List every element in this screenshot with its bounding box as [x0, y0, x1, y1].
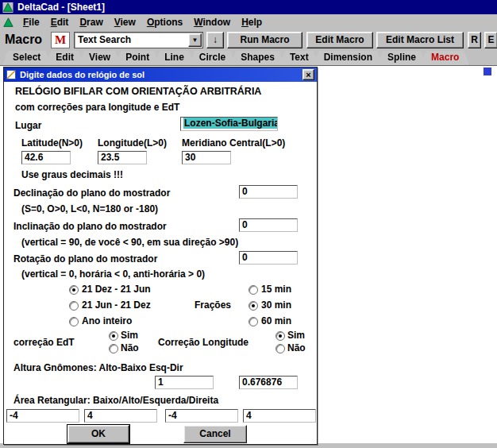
- menu-bar: File Edit Draw View Options Window Help: [0, 14, 497, 30]
- ok-button[interactable]: OK: [67, 425, 129, 443]
- longitude-label: Longitude(L>0): [98, 137, 167, 149]
- edit-macro-button[interactable]: Edit Macro: [306, 32, 373, 48]
- menu-help[interactable]: Help: [236, 15, 268, 29]
- macro-combo-value: Text Search: [78, 34, 131, 45]
- sheet-mdi-icon[interactable]: [3, 17, 13, 28]
- canvas-marker: [484, 68, 491, 75]
- menu-file[interactable]: File: [17, 15, 45, 29]
- area-alto-input[interactable]: 4: [84, 409, 157, 423]
- inclinacao-hint: (vertical = 90, de você < 90, em sua dir…: [21, 237, 238, 248]
- radio-edt-nao-label[interactable]: Não: [121, 342, 139, 353]
- altura-alto-input[interactable]: 1: [155, 376, 214, 389]
- rotacao-hint: (vertical = 0, horária < 0, anti-horária…: [21, 268, 205, 280]
- radio-60min[interactable]: [248, 317, 258, 326]
- run-macro-button[interactable]: Run Macro: [227, 32, 302, 48]
- radio-edt-nao[interactable]: [109, 344, 118, 353]
- dialog-icon: [6, 70, 16, 79]
- dialog-titlebar[interactable]: Digite dados do relógio de sol ×: [4, 68, 317, 82]
- radio-21jun-21dez[interactable]: [69, 301, 79, 311]
- load-macro-arrow-icon[interactable]: ↓: [206, 32, 224, 48]
- declinacao-label: Declinação do plano do mostrador: [13, 187, 170, 199]
- fracoes-label: Frações: [195, 299, 231, 311]
- radio-15min[interactable]: [248, 285, 258, 295]
- meridiano-label: Meridiano Central(L>0): [182, 137, 285, 149]
- window-title: DeltaCad - [Sheet1]: [17, 2, 105, 13]
- tab-label: Dimension: [324, 52, 372, 63]
- edt-label: correção EdT: [13, 337, 75, 348]
- tab-dimension[interactable]: Dimension: [314, 51, 383, 65]
- radio-long-nao-label[interactable]: Não: [287, 342, 306, 353]
- correcao-longitude-label: Correção Longitude: [158, 337, 248, 348]
- radio-ano-inteiro-label[interactable]: Ano inteiro: [82, 315, 132, 326]
- tab-label: Select: [13, 52, 40, 63]
- tab-text[interactable]: Text: [279, 51, 319, 65]
- meridiano-input[interactable]: 30: [182, 151, 231, 164]
- radio-15min-label[interactable]: 15 min: [261, 284, 291, 295]
- tab-label: Spline: [387, 52, 416, 63]
- deltacad-window: DeltaCad - [Sheet1] File Edit Draw View …: [0, 0, 497, 448]
- tab-edit[interactable]: Edit: [45, 51, 84, 65]
- declinacao-hint: (S=0, O>0, L<0, N=180 or -180): [21, 203, 158, 214]
- area-esquerda-input[interactable]: -4: [165, 409, 238, 423]
- dialog-heading-1: RELÓGIO BIFILAR COM ORIENTAÇÃO ARBITRÁRI…: [15, 86, 261, 97]
- radio-21dez-21jun-label[interactable]: 21 Dez - 21 Jun: [82, 284, 151, 295]
- radio-long-sim-label[interactable]: Sim: [287, 330, 305, 341]
- menu-window[interactable]: Window: [188, 15, 236, 29]
- radio-long-sim[interactable]: [275, 331, 285, 341]
- edit-macro-list-button[interactable]: Edit Macro List: [376, 32, 464, 48]
- radio-60min-label[interactable]: 60 min: [261, 315, 291, 326]
- menu-options[interactable]: Options: [141, 15, 188, 29]
- tab-label: Macro: [431, 52, 459, 63]
- tab-circle[interactable]: Circle: [189, 51, 236, 65]
- dialog-title: Digite dados do relógio de sol: [20, 70, 299, 79]
- combo-dropdown-icon[interactable]: ▼: [188, 33, 202, 47]
- tab-label: Circle: [199, 52, 225, 63]
- declinacao-input[interactable]: 0: [239, 185, 298, 199]
- decimais-note: Use graus decimais !!!: [21, 169, 123, 180]
- tab-label: Text: [290, 52, 309, 63]
- close-icon[interactable]: ×: [302, 69, 314, 80]
- tab-label: Shapes: [241, 52, 275, 63]
- dialog-heading-2: com correções para longitude e EdT: [15, 102, 179, 113]
- altura-baixo-input[interactable]: 0.676876: [239, 376, 298, 389]
- rotacao-input[interactable]: 0: [239, 251, 298, 265]
- menu-view[interactable]: View: [109, 15, 141, 29]
- radio-edt-sim-label[interactable]: Sim: [121, 330, 138, 341]
- radio-ano-inteiro[interactable]: [69, 317, 79, 326]
- tab-shapes[interactable]: Shapes: [230, 51, 285, 65]
- macro-m-icon: M: [51, 32, 70, 48]
- radio-21jun-21dez-label[interactable]: 21 Jun - 21 Dez: [82, 299, 151, 311]
- radio-edt-sim[interactable]: [109, 331, 118, 341]
- tab-spline[interactable]: Spline: [377, 51, 426, 65]
- tab-label: View: [89, 52, 110, 63]
- lugar-input[interactable]: Lozen-Sofia-Bulgaria: [180, 117, 278, 131]
- menu-edit[interactable]: Edit: [45, 15, 75, 29]
- sundial-dialog: Digite dados do relógio de sol × RELÓGIO…: [3, 67, 318, 445]
- window-titlebar: DeltaCad - [Sheet1]: [0, 0, 497, 14]
- radio-30min[interactable]: [248, 301, 258, 311]
- tab-select[interactable]: Select: [2, 51, 51, 65]
- inclinacao-input[interactable]: 0: [239, 218, 298, 232]
- menu-draw[interactable]: Draw: [74, 15, 108, 29]
- tab-macro[interactable]: Macro: [421, 51, 469, 65]
- longitude-input[interactable]: 23.5: [98, 151, 147, 164]
- radio-long-nao[interactable]: [275, 344, 285, 353]
- tab-line[interactable]: Line: [154, 51, 195, 65]
- tab-view[interactable]: View: [79, 51, 121, 65]
- inclinacao-label: Inclinação do plano do mostrador: [13, 221, 167, 232]
- cancel-button[interactable]: Cancel: [183, 425, 247, 443]
- altura-label: Altura Gnômones: Alto-Baixo Esq-Dir: [13, 362, 183, 373]
- area-direita-input[interactable]: 4: [243, 409, 316, 423]
- r-button[interactable]: R: [468, 32, 481, 48]
- macro-combo[interactable]: Text Search ▼: [74, 32, 203, 48]
- e-button[interactable]: E: [484, 32, 497, 48]
- rotacao-label: Rotação do plano do mostrador: [13, 253, 157, 265]
- tab-label: Point: [125, 52, 149, 63]
- radio-30min-label[interactable]: 30 min: [261, 299, 291, 311]
- radio-21dez-21jun[interactable]: [69, 285, 79, 295]
- latitude-input[interactable]: 42.6: [21, 151, 71, 164]
- area-baixo-input[interactable]: -4: [6, 409, 79, 423]
- latitude-label: Latitude(N>0): [21, 137, 83, 149]
- tab-point[interactable]: Point: [115, 51, 160, 65]
- macro-toolbar-label: Macro: [5, 33, 42, 47]
